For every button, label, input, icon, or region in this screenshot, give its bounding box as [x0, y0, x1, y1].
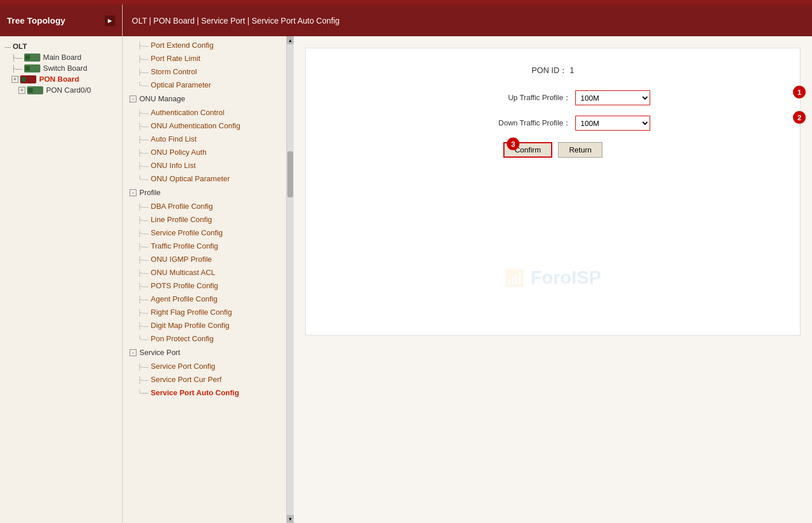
nav-item-authentication-control[interactable]: ├— Authentication Control: [123, 106, 286, 119]
nav-item-optical-parameter[interactable]: └— Optical Parameter: [123, 78, 286, 91]
device-icon: [24, 54, 40, 62]
nav-item-agent-profile-config[interactable]: ├— Agent Profile Config: [123, 292, 286, 306]
nav-connector: └—: [138, 390, 149, 396]
nav-connector: ├—: [138, 376, 149, 383]
device-icon: [24, 64, 40, 72]
nav-label: Traffic Profile Config: [151, 242, 218, 250]
expand-icon[interactable]: +: [18, 87, 25, 94]
section-label: ONU Manage: [139, 94, 185, 103]
nav-label: DBA Profile Config: [151, 202, 213, 211]
main-board-label: Main Board: [43, 53, 81, 62]
nav-label: ONU Policy Auth: [151, 148, 207, 156]
nav-label: Optical Parameter: [151, 81, 211, 89]
nav-label: Port Rate Limit: [151, 54, 200, 63]
nav-item-service-port-auto-config[interactable]: └— Service Port Auto Config: [123, 386, 286, 399]
nav-item-right-flag-profile-config[interactable]: ├— Right Flag Profile Config: [123, 306, 286, 319]
nav-item-traffic-profile-config[interactable]: ├— Traffic Profile Config: [123, 239, 286, 253]
nav-connector: ├—: [138, 136, 149, 143]
nav-item-onu-auth-config[interactable]: ├— ONU Authentication Config: [123, 119, 286, 132]
nav-connector: ├—: [138, 283, 149, 289]
nav-item-service-port-config[interactable]: ├— Service Port Config: [123, 360, 286, 373]
nav-item-digit-map-profile-config[interactable]: ├— Digit Map Profile Config: [123, 319, 286, 332]
nav-item-port-rate-limit[interactable]: ├— Port Rate Limit: [123, 52, 286, 65]
scroll-down-arrow[interactable]: ▼: [287, 515, 294, 523]
expand-icon[interactable]: +: [12, 76, 18, 83]
badge-2: 2: [793, 111, 806, 124]
nav-item-onu-policy-auth[interactable]: ├— ONU Policy Auth: [123, 146, 286, 159]
sidebar-header: Tree Topology ►: [0, 5, 122, 36]
nav-section-service-port[interactable]: - Service Port: [123, 345, 286, 360]
nav-connector: └—: [138, 335, 149, 342]
tree-item-main-board[interactable]: ├— Main Board: [0, 52, 122, 63]
up-traffic-select[interactable]: 100M 200M 500M 1G: [575, 90, 650, 105]
expand-icon[interactable]: -: [130, 189, 136, 196]
nav-connector: ├—: [138, 322, 149, 329]
section-label: Profile: [139, 188, 161, 197]
nav-item-onu-optical-parameter[interactable]: └— ONU Optical Parameter: [123, 172, 286, 185]
wifi-icon: 📶: [504, 269, 525, 287]
collapse-button[interactable]: ►: [105, 16, 115, 26]
expand-icon[interactable]: -: [130, 96, 136, 102]
connector: ├—: [12, 65, 22, 72]
nav-item-line-profile-config[interactable]: ├— Line Profile Config: [123, 213, 286, 226]
tree-item-pon-card[interactable]: + PON Card0/0: [0, 85, 122, 96]
nav-item-pots-profile-config[interactable]: ├— POTS Profile Config: [123, 279, 286, 292]
nav-item-auto-find-list[interactable]: ├— Auto Find List: [123, 132, 286, 146]
nav-label: Right Flag Profile Config: [151, 308, 232, 316]
nav-label: Auto Find List: [151, 135, 197, 143]
nav-label: POTS Profile Config: [151, 281, 218, 290]
top-bar: [0, 0, 812, 5]
section-label: Service Port: [139, 348, 180, 357]
scroll-handle[interactable]: [287, 151, 293, 197]
connector: ├—: [12, 54, 22, 61]
tree-item-switch-board[interactable]: ├— Switch Board: [0, 63, 122, 74]
nav-connector: ├—: [138, 42, 149, 49]
scroll-up-arrow[interactable]: ▲: [287, 36, 294, 44]
badge-3: 3: [507, 138, 519, 150]
content-area: ├— Port Extend Config ├— Port Rate Limit…: [123, 36, 812, 523]
return-button[interactable]: Return: [558, 142, 602, 158]
sidebar-content: — OLT ├— Main Board ├— Switch Board + PO…: [0, 36, 122, 523]
left-nav-scrollbar[interactable]: ▲ ▼: [287, 36, 294, 523]
nav-label: Service Port Cur Perf: [151, 375, 222, 384]
nav-item-onu-multicast-acl[interactable]: ├— ONU Multicast ACL: [123, 266, 286, 279]
nav-connector: ├—: [138, 68, 149, 75]
nav-section-profile[interactable]: - Profile: [123, 185, 286, 200]
up-traffic-row: Up Traffic Profile： 100M 200M 500M 1G 1: [329, 90, 777, 105]
tree-item-pon-board[interactable]: + PON Board: [0, 74, 122, 85]
tree-item-olt[interactable]: — OLT: [0, 41, 122, 52]
nav-label: Line Profile Config: [151, 215, 212, 224]
nav-connector: ├—: [138, 243, 149, 250]
nav-item-service-port-cur-perf[interactable]: ├— Service Port Cur Perf: [123, 373, 286, 386]
nav-item-storm-control[interactable]: ├— Storm Control: [123, 65, 286, 78]
breadcrumb: OLT | PON Board | Service Port | Service…: [123, 5, 812, 36]
nav-connector: ├—: [138, 203, 149, 210]
pon-id-label: PON ID：: [532, 66, 567, 75]
down-traffic-select[interactable]: 100M 200M 500M 1G: [575, 116, 650, 131]
nav-item-port-extend-config[interactable]: ├— Port Extend Config: [123, 39, 286, 52]
nav-item-onu-igmp-profile[interactable]: ├— ONU IGMP Profile: [123, 253, 286, 266]
config-box: PON ID： 1 Up Traffic Profile： 100M 200M …: [305, 48, 800, 335]
nav-label: ONU Info List: [151, 161, 196, 170]
pon-board-label: PON Board: [39, 75, 79, 83]
olt-label: OLT: [13, 42, 27, 51]
nav-item-service-profile-config[interactable]: ├— Service Profile Config: [123, 226, 286, 239]
pon-id-value: 1: [570, 66, 574, 75]
nav-label: Service Port Config: [151, 362, 215, 371]
button-row: Confirm Return 3: [329, 142, 777, 158]
nav-item-dba-profile-config[interactable]: ├— DBA Profile Config: [123, 200, 286, 213]
nav-item-onu-info-list[interactable]: ├— ONU Info List: [123, 159, 286, 172]
device-icon: [27, 86, 43, 94]
expand-icon[interactable]: -: [130, 349, 136, 356]
nav-label: Service Profile Config: [151, 228, 223, 237]
nav-label: ONU IGMP Profile: [151, 255, 212, 264]
down-traffic-row: Down Traffic Profile： 100M 200M 500M 1G …: [329, 116, 777, 131]
nav-label: ONU Multicast ACL: [151, 268, 215, 277]
nav-label: Pon Protect Config: [151, 334, 214, 343]
device-icon: [20, 75, 36, 83]
nav-label: Digit Map Profile Config: [151, 321, 230, 330]
nav-item-pon-protect-config[interactable]: └— Pon Protect Config: [123, 332, 286, 345]
nav-section-onu-manage[interactable]: - ONU Manage: [123, 91, 286, 106]
nav-label: ONU Authentication Config: [151, 121, 240, 130]
nav-connector: ├—: [138, 230, 149, 236]
